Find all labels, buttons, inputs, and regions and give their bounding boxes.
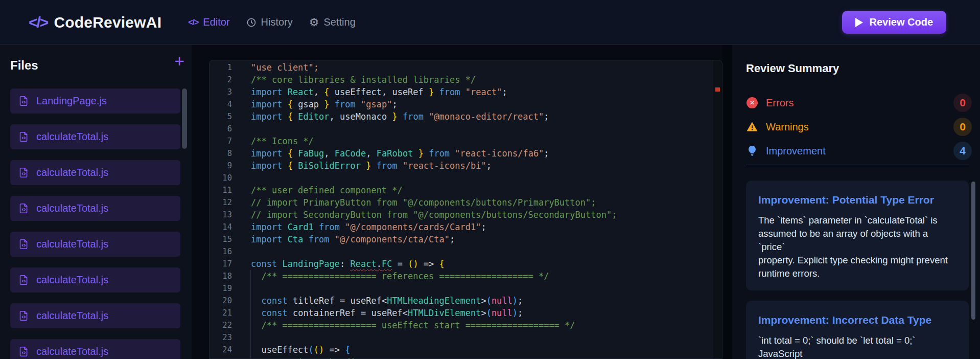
card-title: Improvement: Potential Type Error [758, 194, 956, 206]
card-title: Improvement: Incorrect Data Type [758, 314, 956, 326]
file-code-icon [18, 131, 29, 143]
line-number: 10 [209, 172, 232, 184]
error-marker-icon [715, 87, 720, 92]
stat-row-warnings: Warnings0 [746, 118, 969, 136]
main-nav: </> Editor History ⚙ Setting [188, 16, 356, 28]
file-item[interactable]: LandingPage.js [10, 88, 180, 114]
files-sidebar: Files + LandingPage.jscalculateTotal.jsc… [0, 45, 192, 359]
review-summary-panel: Review Summary ✕Errors0Warnings0Improvem… [732, 45, 980, 359]
code-line [251, 282, 713, 295]
line-number: 25 [209, 356, 232, 359]
code-line [251, 172, 713, 184]
code-line: import { gsap } from "gsap"; [251, 98, 713, 110]
file-item[interactable]: calculateTotal.js [10, 339, 180, 359]
nav-item-setting[interactable]: ⚙ Setting [309, 16, 356, 28]
code-line: useEffect(() => { [251, 344, 713, 356]
code-content: "use client";/** core libraries & instal… [251, 61, 713, 359]
code-line: /** ================== references ======… [251, 270, 713, 282]
stat-row-errors: ✕Errors0 [746, 94, 969, 111]
line-number: 20 [209, 295, 232, 307]
line-number: 12 [209, 196, 232, 209]
file-item[interactable]: calculateTotal.js [10, 267, 180, 293]
add-file-button[interactable]: + [174, 52, 184, 70]
line-number: 22 [209, 319, 232, 331]
code-line [251, 331, 713, 344]
code-line: "use client"; [251, 61, 713, 74]
review-summary-title: Review Summary [746, 62, 839, 75]
file-code-icon [18, 346, 29, 357]
code-line: // import SecondaryButton from "@/compon… [251, 209, 713, 221]
panel-scrollbar[interactable] [971, 182, 975, 320]
review-code-label: Review Code [870, 16, 933, 28]
stat-label: Errors [766, 97, 794, 109]
file-name: LandingPage.js [36, 95, 107, 107]
file-name: calculateTotal.js [36, 310, 108, 322]
panel-divider [722, 45, 732, 359]
line-number: 7 [209, 135, 232, 147]
code-icon: </> [188, 18, 198, 27]
stat-label: Warnings [766, 121, 809, 133]
file-code-icon [18, 95, 29, 107]
nav-setting-label: Setting [324, 16, 356, 28]
warning-triangle-icon [746, 121, 758, 133]
line-number: 5 [209, 110, 232, 123]
sidebar-scrollbar[interactable] [182, 88, 187, 149]
file-code-icon [18, 238, 29, 250]
line-number: 18 [209, 270, 232, 282]
file-item[interactable]: calculateTotal.js [10, 124, 180, 149]
file-list: LandingPage.jscalculateTotal.jscalculate… [10, 88, 180, 359]
file-item[interactable]: calculateTotal.js [10, 196, 180, 221]
code-line: import React, { useEffect, useRef } from… [251, 86, 713, 98]
line-number: 2 [209, 74, 232, 86]
file-code-icon [18, 203, 29, 214]
file-item[interactable]: calculateTotal.js [10, 232, 180, 257]
app-title: CodeReviewAI [54, 14, 161, 31]
header: </> CodeReviewAI </> Editor History ⚙ Se… [0, 0, 980, 45]
gear-icon: ⚙ [309, 17, 319, 28]
code-line: import { FaBug, FaCode, FaRobot } from "… [251, 147, 713, 160]
line-number: 21 [209, 307, 232, 319]
code-line: const containerRef = useRef<HTMLDivEleme… [251, 307, 713, 319]
file-code-icon [18, 274, 29, 286]
file-code-icon [18, 310, 29, 322]
code-editor[interactable]: 1234567891011121314151617181920212223242… [209, 60, 722, 359]
stat-count-badge: 0 [953, 118, 972, 136]
file-item[interactable]: calculateTotal.js [10, 160, 180, 185]
overview-ruler[interactable] [713, 60, 722, 358]
stats-divider [746, 165, 969, 165]
line-number: 23 [209, 331, 232, 344]
stat-count-badge: 0 [953, 94, 972, 112]
code-line: /** user defined component */ [251, 184, 713, 196]
file-item[interactable]: calculateTotal.js [10, 303, 180, 328]
line-number: 15 [209, 233, 232, 245]
line-number: 1 [209, 61, 232, 74]
review-code-button[interactable]: Review Code [842, 11, 946, 34]
circle-x-icon: ✕ [746, 97, 758, 108]
code-line: const LandingPage: React.FC = () => { [251, 258, 713, 270]
file-name: calculateTotal.js [36, 203, 108, 214]
code-line: /** core libraries & installed libraries… [251, 74, 713, 86]
card-body: `int total = 0;` should be `let total = … [758, 334, 956, 359]
line-number: 16 [209, 245, 232, 258]
line-number: 11 [209, 184, 232, 196]
code-line: import { Editor, useMonaco } from "@mona… [251, 110, 713, 123]
improvement-card: Improvement: Incorrect Data Type`int tot… [746, 301, 969, 359]
improvement-card: Improvement: Potential Type ErrorThe `it… [746, 181, 969, 290]
line-number: 13 [209, 209, 232, 221]
file-name: calculateTotal.js [36, 238, 108, 250]
line-number: 3 [209, 86, 232, 98]
lightbulb-icon [746, 145, 758, 157]
files-title: Files [10, 58, 38, 73]
code-line: /** ================== useEffect start =… [251, 319, 713, 331]
nav-history-label: History [261, 16, 293, 28]
app-logo: </> CodeReviewAI [29, 14, 161, 31]
line-number: 17 [209, 258, 232, 270]
play-icon [855, 18, 863, 27]
stat-count-badge: 4 [953, 142, 972, 160]
nav-item-editor[interactable]: </> Editor [188, 16, 229, 28]
file-name: calculateTotal.js [36, 274, 108, 286]
app-window: </> CodeReviewAI </> Editor History ⚙ Se… [0, 0, 980, 359]
code-line: import Card1 from "@/components/cards/Ca… [251, 221, 713, 233]
nav-item-history[interactable]: History [246, 16, 293, 28]
code-line: // import PrimaryButton from "@/componen… [251, 196, 713, 209]
